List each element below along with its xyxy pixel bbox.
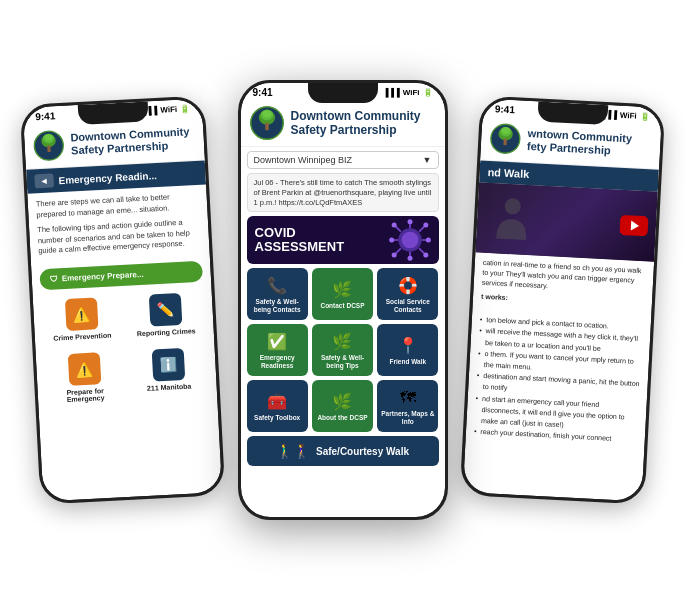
about-tree-icon: 🌿: [332, 392, 352, 411]
scene: 9:41 ▐▐▐ WiFi 🔋: [0, 0, 685, 602]
crime-prevention-item[interactable]: ⚠️ Crime Prevention: [41, 292, 123, 346]
crime-prevention-icon: ⚠️: [64, 297, 98, 331]
notch-center: [308, 83, 378, 103]
map-icon: 🗺: [400, 389, 416, 407]
friend-walk-label: Friend Walk: [390, 358, 427, 366]
prepare-emergency-icon: ⚠️: [67, 352, 101, 386]
svg-point-25: [423, 223, 428, 228]
shield-icon: 🛡: [50, 274, 58, 283]
safety-wellbeing-tips-btn[interactable]: 🌿 Safety & Well-being Tips: [312, 324, 373, 376]
screen-right: 9:41 ▐▐▐ WiFi 🔋: [463, 99, 662, 502]
svg-line-24: [419, 227, 424, 232]
notch-right: [537, 101, 608, 125]
status-icons-left: ▐▐▐ WiFi 🔋: [140, 104, 190, 116]
time-center: 9:41: [253, 87, 273, 98]
time-left: 9:41: [35, 110, 56, 122]
covid-banner-text: COVID ASSESSMENT: [255, 226, 345, 255]
svg-point-15: [407, 219, 412, 224]
phone-center: 9:41 ▐▐▐ WiFi 🔋: [238, 80, 448, 520]
status-icons-center: ▐▐▐ WiFi 🔋: [383, 88, 433, 97]
prepare-emergency-label: Prepare for Emergency: [50, 386, 122, 404]
svg-point-11: [262, 110, 271, 117]
pin-icon: 📍: [398, 336, 418, 355]
left-grid: ⚠️ Crime Prevention ✏️ Reporting Crimes …: [41, 287, 210, 407]
app-title-left: Downtown Community Safety Partnership: [70, 125, 196, 158]
svg-rect-34: [503, 139, 507, 146]
app-title-right: wntown Communityfety Partnership: [527, 127, 633, 159]
svg-line-28: [419, 249, 424, 254]
svg-point-13: [401, 232, 418, 249]
reporting-crimes-icon: ✏️: [148, 292, 182, 326]
video-thumbnail[interactable]: [475, 182, 657, 261]
safety-toolbox-btn[interactable]: 🧰 Safety Toolbox: [247, 380, 308, 432]
safety-toolbox-label: Safety Toolbox: [254, 414, 300, 422]
social-service-label: Social Service Contacts: [379, 298, 436, 314]
emergency-prepare-label: Emergency Prepare...: [62, 269, 144, 282]
app-logo-left: [32, 129, 66, 163]
social-service-contacts-btn[interactable]: 🛟 Social Service Contacts: [377, 268, 438, 320]
notch-left: [77, 101, 148, 125]
safety-contacts-label: Safety & Well-being Contacts: [249, 298, 306, 314]
social-feed: Jul 06 - There's still time to catch The…: [247, 173, 439, 212]
location-dropdown[interactable]: Downtown Winnipeg BIZ ▼: [247, 151, 439, 169]
youtube-play-button[interactable]: [619, 215, 648, 236]
svg-point-36: [504, 198, 521, 215]
svg-line-22: [395, 227, 400, 232]
svg-rect-10: [265, 123, 269, 130]
emergency-readiness-btn[interactable]: ✅ Emergency Readiness: [247, 324, 308, 376]
lifering-icon: 🛟: [398, 276, 418, 295]
covid-banner[interactable]: COVID ASSESSMENT: [247, 216, 439, 264]
safety-tips-label: Safety & Well-being Tips: [314, 354, 371, 370]
left-screen-title: Emergency Readin...: [58, 170, 157, 186]
contact-dcsp-label: Contact DCSP: [320, 302, 364, 310]
right-description: cation in real-time to a friend so ch yo…: [482, 258, 646, 296]
prepare-emergency-item[interactable]: ⚠️ Prepare for Emergency: [44, 347, 126, 408]
svg-point-29: [423, 253, 428, 258]
crime-prevention-label: Crime Prevention: [53, 331, 111, 341]
svg-point-27: [391, 253, 396, 258]
contact-dcsp-btn[interactable]: 🌿 Contact DCSP: [312, 268, 373, 320]
svg-point-19: [389, 238, 394, 243]
time-right: 9:41: [495, 103, 516, 115]
211-icon: ℹ️: [151, 347, 185, 381]
tree-icon: 🌿: [332, 280, 352, 299]
feed-text: Jul 06 - There's still time to catch The…: [254, 178, 432, 207]
about-dcsp-label: About the DCSP: [317, 414, 367, 422]
211-label: 211 Manitoba: [147, 382, 192, 391]
screen-center: 9:41 ▐▐▐ WiFi 🔋: [241, 83, 445, 517]
left-body-text: There are steps we can all take to bette…: [27, 184, 209, 263]
svg-line-26: [395, 249, 400, 254]
walk-icon: 🚶‍♂️🚶‍♀️: [276, 443, 310, 459]
check-icon: ✅: [267, 332, 287, 351]
screen-left: 9:41 ▐▐▐ WiFi 🔋: [23, 99, 222, 502]
friend-walk-btn[interactable]: 📍 Friend Walk: [377, 324, 438, 376]
right-list-intro: t works:: [481, 292, 644, 310]
phone-heart-icon: 📞: [267, 276, 287, 295]
safe-walk-label: Safe/Courtesy Walk: [316, 446, 409, 457]
reporting-crimes-item[interactable]: ✏️ Reporting Crimes: [125, 287, 207, 341]
partners-maps-btn[interactable]: 🗺 Partners, Maps & Info: [377, 380, 438, 432]
svg-rect-4: [47, 146, 51, 153]
dropdown-label: Downtown Winnipeg BIZ: [254, 155, 353, 165]
about-dcsp-btn[interactable]: 🌿 About the DCSP: [312, 380, 373, 432]
emergency-prepare-button[interactable]: 🛡 Emergency Prepare...: [39, 260, 203, 290]
back-button[interactable]: ◄: [34, 173, 54, 188]
safe-walk-bar[interactable]: 🚶‍♂️🚶‍♀️ Safe/Courtesy Walk: [247, 436, 439, 466]
right-steps-list: • ton below and pick a contact to ocatio…: [466, 309, 652, 449]
phone-left: 9:41 ▐▐▐ WiFi 🔋: [20, 95, 226, 504]
left-para2: The following tips and action guide outl…: [37, 217, 201, 257]
app-logo-right: [489, 122, 523, 156]
reporting-crimes-label: Reporting Crimes: [137, 327, 196, 337]
211-manitoba-item[interactable]: ℹ️ 211 Manitoba: [127, 342, 209, 403]
svg-point-17: [407, 256, 412, 261]
phone-right: 9:41 ▐▐▐ WiFi 🔋: [460, 95, 666, 504]
right-body-text: cation in real-time to a friend so ch yo…: [472, 252, 654, 318]
toolbox-icon: 🧰: [267, 392, 287, 411]
leaf-icon: 🌿: [332, 332, 352, 351]
virus-illustration: [385, 219, 435, 261]
app-header-center: Downtown CommunitySafety Partnership: [241, 100, 445, 147]
left-para1: There are steps we can all take to bette…: [36, 191, 200, 221]
chevron-down-icon: ▼: [423, 155, 432, 165]
svg-point-21: [425, 238, 430, 243]
safety-wellbeing-contacts-btn[interactable]: 📞 Safety & Well-being Contacts: [247, 268, 308, 320]
